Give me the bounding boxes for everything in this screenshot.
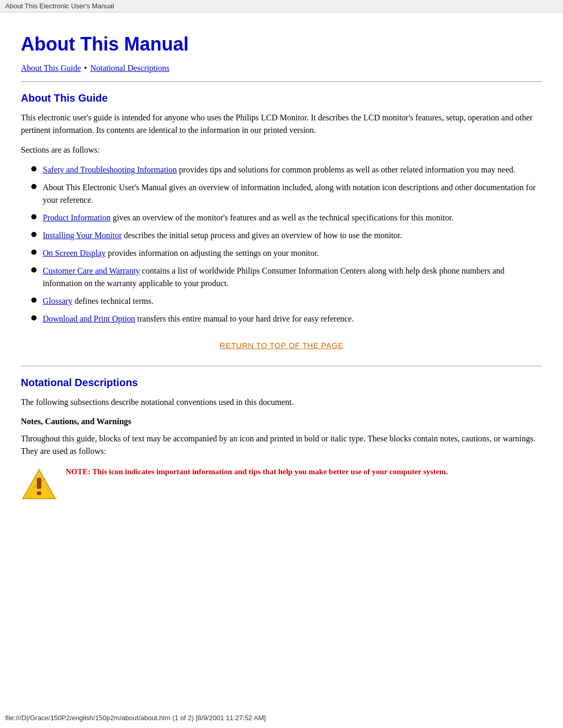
nav-link-notational[interactable]: Notational Descriptions — [90, 64, 169, 72]
list-item: About This Electronic User's Manual give… — [31, 181, 542, 206]
installing-monitor-link[interactable]: Installing Your Monitor — [43, 231, 122, 240]
notational-title: Notational Descriptions — [21, 377, 542, 389]
about-guide-title: About This Guide — [21, 92, 542, 104]
list-item: Glossary defines technical terms. — [31, 295, 542, 307]
list-item: Customer Care and Warranty contains a li… — [31, 265, 542, 290]
notational-intro: The following subsections describe notat… — [21, 396, 542, 409]
status-bar-text: file:///D|/Grace/150P2/english/150p2m/ab… — [5, 714, 266, 722]
list-item: Product Information gives an overview of… — [31, 212, 542, 224]
about-guide-intro: This electronic user's guide is intended… — [21, 112, 542, 137]
bullet-dot — [31, 232, 36, 237]
bullet-dot — [31, 267, 36, 273]
list-item: On Screen Display provides information o… — [31, 247, 542, 260]
nav-separator: • — [84, 64, 87, 72]
browser-title: About This Electronic User's Manual — [5, 2, 114, 10]
notes-cautions-heading: Notes, Cautions, and Warnings — [21, 417, 542, 426]
notational-descriptions-section: Notational Descriptions The following su… — [21, 377, 542, 502]
browser-title-bar: About This Electronic User's Manual — [0, 0, 563, 13]
download-link[interactable]: Download and Print Option — [43, 314, 135, 323]
osd-link[interactable]: On Screen Display — [43, 249, 106, 257]
middle-divider — [21, 366, 542, 366]
bullet-dot — [31, 298, 36, 303]
customer-care-link[interactable]: Customer Care and Warranty — [43, 266, 140, 275]
warning-triangle-icon — [21, 466, 57, 502]
nav-links: About This Guide•Notational Descriptions — [21, 64, 542, 73]
content-wrapper: About This Manual About This Guide•Notat… — [0, 13, 563, 542]
list-item: Installing Your Monitor describes the in… — [31, 229, 542, 242]
bullet-dot — [31, 184, 36, 189]
safety-link[interactable]: Safety and Troubleshooting Information — [43, 165, 177, 174]
top-divider — [21, 81, 542, 82]
bullet-dot — [31, 250, 36, 255]
sections-label: Sections are as follows: — [21, 144, 542, 156]
nav-link-about-guide[interactable]: About This Guide — [21, 64, 81, 72]
notes-body: Throughout this guide, blocks of text ma… — [21, 433, 542, 458]
status-bar: file:///D|/Grace/150P2/english/150p2m/ab… — [0, 712, 563, 724]
glossary-link[interactable]: Glossary — [43, 297, 72, 305]
sections-list: Safety and Troubleshooting Information p… — [31, 164, 542, 325]
list-item-text: About This Electronic User's Manual give… — [43, 181, 542, 206]
warning-icon-svg — [21, 466, 57, 502]
product-info-link[interactable]: Product Information — [43, 213, 111, 222]
about-this-guide-section: About This Guide This electronic user's … — [21, 92, 542, 350]
note-text: NOTE: This icon indicates important info… — [66, 466, 448, 478]
svg-rect-2 — [37, 491, 41, 495]
return-top-link[interactable]: RETURN TO TOP OF THE PAGE — [219, 341, 343, 350]
bullet-dot — [31, 315, 36, 320]
bullet-dot — [31, 214, 36, 219]
list-item: Download and Print Option transfers this… — [31, 313, 542, 325]
return-to-top: RETURN TO TOP OF THE PAGE — [21, 341, 542, 350]
page-title: About This Manual — [21, 33, 542, 55]
note-box: NOTE: This icon indicates important info… — [21, 466, 542, 502]
list-item: Safety and Troubleshooting Information p… — [31, 164, 542, 176]
bullet-dot — [31, 166, 36, 171]
